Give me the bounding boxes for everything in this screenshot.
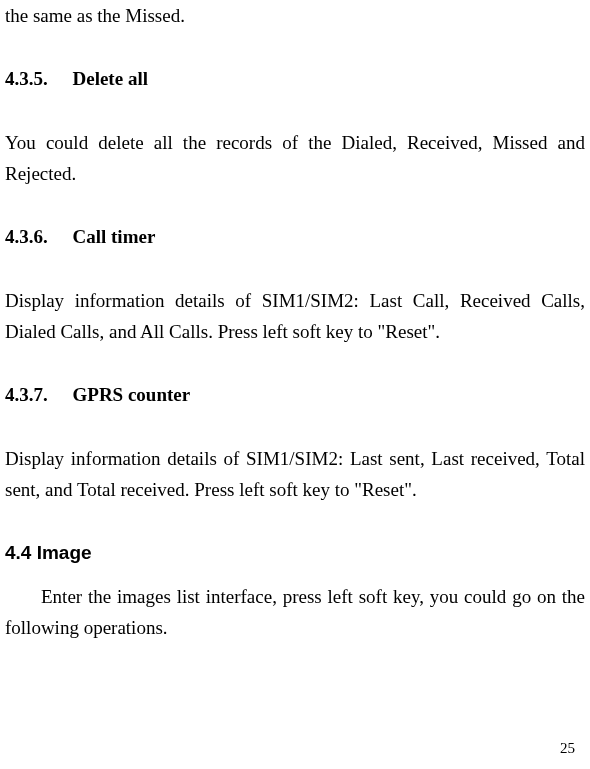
heading-435: 4.3.5. Delete all <box>5 63 585 94</box>
fragment-top-text: the same as the Missed. <box>5 0 585 31</box>
heading-number: 4.3.6. <box>5 221 48 252</box>
body-435: You could delete all the records of the … <box>5 127 585 190</box>
heading-title: Delete all <box>73 68 148 89</box>
page-content: the same as the Missed. 4.3.5. Delete al… <box>5 0 585 643</box>
heading-437: 4.3.7. GPRS counter <box>5 379 585 410</box>
heading-436: 4.3.6. Call timer <box>5 221 585 252</box>
body-437: Display information details of SIM1/SIM2… <box>5 443 585 506</box>
heading-44: 4.4 Image <box>5 537 585 568</box>
body-44: Enter the images list interface, press l… <box>5 581 585 644</box>
heading-title: GPRS counter <box>73 384 191 405</box>
page-number: 25 <box>560 740 575 757</box>
heading-number: 4.3.7. <box>5 379 48 410</box>
heading-number: 4.3.5. <box>5 63 48 94</box>
body-436: Display information details of SIM1/SIM2… <box>5 285 585 348</box>
heading-title: Call timer <box>73 226 156 247</box>
